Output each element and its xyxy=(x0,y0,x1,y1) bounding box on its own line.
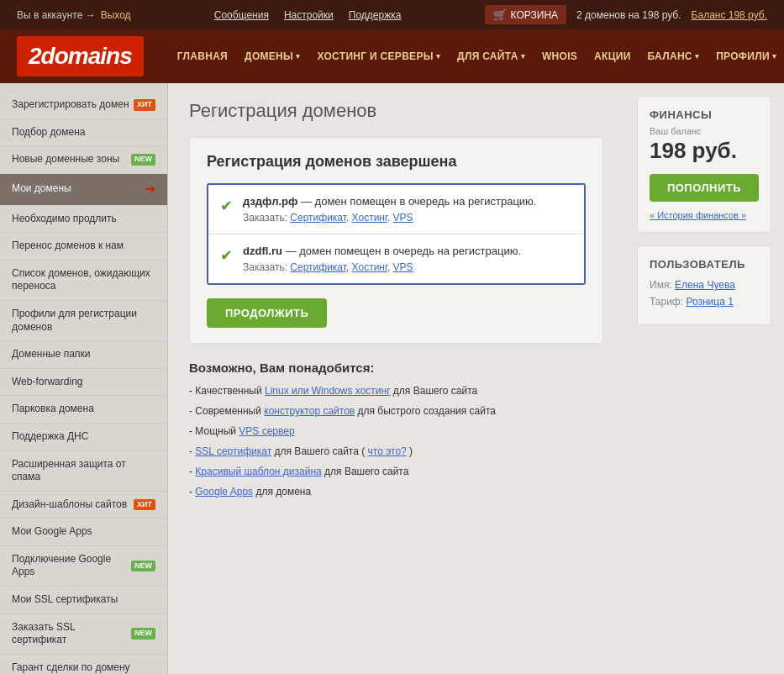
top-bar: Вы в аккаунте → Выход Сообщения Настройк… xyxy=(0,0,784,29)
nav-home[interactable]: ГЛАВНАЯ xyxy=(169,35,236,77)
list-item: SSL сертификат для Вашего сайта ( что эт… xyxy=(189,444,603,459)
domain-info: dzdfl.ru — домен помещен в очередь на ре… xyxy=(243,245,521,273)
nav-actions[interactable]: АКЦИИ xyxy=(586,35,639,77)
order-vps-link-1[interactable]: VPS xyxy=(393,212,413,224)
order-certificate-link-1[interactable]: Сертификат xyxy=(290,212,346,224)
list-item: Современный конструктор сайтов для быстр… xyxy=(189,403,603,419)
nav-domains[interactable]: ДОМЕНЫ ▾ xyxy=(236,35,308,77)
topup-button[interactable]: ПОПОЛНИТЬ xyxy=(650,174,759,202)
sidebar-item-connect-google-apps[interactable]: Подключение Google Apps NEW xyxy=(0,546,167,587)
sidebar-item-order-ssl[interactable]: Заказать SSL сертификат NEW xyxy=(0,614,167,655)
main-layout: Зарегистрировать домен ХИТ Подбор домена… xyxy=(0,83,784,674)
header: 2domains ГЛАВНАЯ ДОМЕНЫ ▾ ХОСТИНГ И СЕРВ… xyxy=(0,29,784,83)
sidebar-item-dns[interactable]: Поддержка ДНС xyxy=(0,424,167,451)
sidebar-item-web-forwarding[interactable]: Web-forwarding xyxy=(0,369,167,397)
finance-history-link[interactable]: « История финансов » xyxy=(650,210,746,220)
sidebar: Зарегистрировать домен ХИТ Подбор домена… xyxy=(0,83,168,674)
page-title: Регистрация доменов xyxy=(189,100,603,122)
nav-profiles[interactable]: ПРОФИЛИ ▾ xyxy=(708,35,784,77)
user-name-field: Имя: Елена Чуева xyxy=(650,279,759,291)
check-icon: ✔ xyxy=(220,246,233,265)
sidebar-item-domain-folders[interactable]: Доменные папки xyxy=(0,341,167,369)
main-nav: ГЛАВНАЯ ДОМЕНЫ ▾ ХОСТИНГ И СЕРВЕРЫ ▾ ДЛЯ… xyxy=(169,35,784,77)
chevron-down-icon: ▾ xyxy=(772,52,776,61)
sidebar-item-pick-domain[interactable]: Подбор домена xyxy=(0,119,167,147)
balance-label: Ваш баланс xyxy=(650,126,759,136)
sidebar-item-domain-deal[interactable]: Гарант сделки по домену xyxy=(0,655,167,674)
user-title: ПОЛЬЗОВАТЕЛЬ xyxy=(650,258,759,271)
google-apps-link[interactable]: Google Apps xyxy=(195,486,253,498)
chevron-down-icon: ▾ xyxy=(521,52,525,61)
hosting-link[interactable]: Linux или Windows хостинг xyxy=(265,385,391,397)
order-hosting-link-1[interactable]: Хостинг xyxy=(352,212,387,224)
nav-hosting[interactable]: ХОСТИНГ И СЕРВЕРЫ ▾ xyxy=(308,35,449,77)
sidebar-item-design-templates[interactable]: Дизайн-шаблоны сайтов ХИТ xyxy=(0,492,167,519)
sidebar-item-transfer[interactable]: Перенос доменов к нам xyxy=(0,233,167,261)
check-icon: ✔ xyxy=(220,197,233,215)
cart-icon: 🛒 xyxy=(493,8,507,21)
nav-balance[interactable]: БАЛАНС ▾ xyxy=(639,35,708,77)
logo: 2domains xyxy=(17,36,144,76)
sidebar-item-reg-profiles[interactable]: Профили для регистрации доменов xyxy=(0,301,167,341)
sidebar-item-need-renew[interactable]: Необходимо продлить xyxy=(0,206,167,234)
vps-link[interactable]: VPS сервер xyxy=(239,425,294,437)
order-vps-link-2[interactable]: VPS xyxy=(393,261,413,273)
sidebar-item-my-google-apps[interactable]: Мои Google Apps xyxy=(0,519,167,546)
order-hosting-link-2[interactable]: Хостинг xyxy=(352,261,387,273)
design-template-link[interactable]: Красивый шаблон дизайна xyxy=(195,466,321,477)
site-builder-link[interactable]: конструктор сайтов xyxy=(264,405,355,417)
chevron-down-icon: ▾ xyxy=(436,52,440,61)
account-label: Вы в аккаунте → xyxy=(17,9,96,21)
sidebar-item-my-domains[interactable]: Мои домены ➔ xyxy=(0,174,167,206)
domain-order: Заказать: Сертификат, Хостинг, VPS xyxy=(243,261,521,273)
nav-forsite[interactable]: ДЛЯ САЙТА ▾ xyxy=(449,35,534,77)
registration-complete-box: Регистрация доменов завершена ✔ дздфл.рф… xyxy=(189,137,603,344)
list-item: Мощный VPS сервер xyxy=(189,424,603,439)
list-item: Качественный Linux или Windows хостинг д… xyxy=(189,383,603,398)
finance-history: « История финансов » xyxy=(650,210,759,220)
user-name-link[interactable]: Елена Чуева xyxy=(675,279,735,291)
hot-badge: ХИТ xyxy=(134,99,155,111)
sidebar-item-transfer-list[interactable]: Список доменов, ожидающих переноса xyxy=(0,261,167,301)
arrow-icon: ➔ xyxy=(145,181,155,198)
chevron-down-icon: ▾ xyxy=(695,52,699,61)
domain-item: ✔ dzdfl.ru — домен помещен в очередь на … xyxy=(208,234,584,283)
ssl-link[interactable]: SSL сертификат xyxy=(195,445,271,457)
domain-info: дздфл.рф — домен помещен в очередь на ре… xyxy=(243,195,536,224)
hot-badge: ХИТ xyxy=(134,499,155,511)
finance-box: ФИНАНСЫ Ваш баланс 198 руб. ПОПОЛНИТЬ « … xyxy=(637,96,771,233)
sidebar-item-parking[interactable]: Парковка домена xyxy=(0,396,167,424)
user-box: ПОЛЬЗОВАТЕЛЬ Имя: Елена Чуева Тариф: Роз… xyxy=(637,245,771,325)
new-badge: NEW xyxy=(131,628,155,640)
balance-link[interactable]: Баланс 198 руб. xyxy=(692,9,767,21)
domain-name: дздфл.рф — домен помещен в очередь на ре… xyxy=(243,195,536,208)
top-bar-right: 🛒 КОРЗИНА 2 доменов на 198 руб. Баланс 1… xyxy=(485,5,767,24)
continue-button[interactable]: ПРОДОЛЖИТЬ xyxy=(207,298,327,328)
top-bar-left: Вы в аккаунте → Выход xyxy=(17,9,131,21)
top-bar-center: Сообщения Настройки Поддержка xyxy=(214,9,402,21)
user-tariff-field: Тариф: Розница 1 xyxy=(650,296,759,308)
domain-list: ✔ дздфл.рф — домен помещен в очередь на … xyxy=(207,183,586,285)
logout-link[interactable]: Выход xyxy=(101,9,131,21)
domain-name: dzdfl.ru — домен помещен в очередь на ре… xyxy=(243,245,521,257)
sidebar-item-antispam[interactable]: Расширенная защита от спама xyxy=(0,451,167,492)
balance-amount: 198 руб. xyxy=(650,138,759,164)
may-need-title: Возможно, Вам понадобится: xyxy=(189,361,603,375)
support-link[interactable]: Поддержка xyxy=(349,9,402,21)
nav-whois[interactable]: WHOIS xyxy=(534,35,586,77)
settings-link[interactable]: Настройки xyxy=(284,9,334,21)
new-badge: NEW xyxy=(131,561,155,572)
messages-link[interactable]: Сообщения xyxy=(214,9,269,21)
list-item: Красивый шаблон дизайна для Вашего сайта xyxy=(189,464,603,479)
what-is-ssl-link[interactable]: что это? xyxy=(368,445,407,457)
sidebar-item-new-zones[interactable]: Новые доменные зоны NEW xyxy=(0,146,167,174)
user-tariff-link[interactable]: Розница 1 xyxy=(686,296,733,308)
user-tariff-label: Тариф: xyxy=(650,296,683,308)
may-need-section: Возможно, Вам понадобится: Качественный … xyxy=(189,361,603,499)
chevron-down-icon: ▾ xyxy=(296,52,300,61)
cart-button[interactable]: 🛒 КОРЗИНА xyxy=(485,5,566,24)
order-certificate-link-2[interactable]: Сертификат xyxy=(290,261,346,273)
sidebar-item-my-ssl[interactable]: Мои SSL сертификаты xyxy=(0,587,167,614)
new-badge: NEW xyxy=(131,154,155,166)
sidebar-item-register-domain[interactable]: Зарегистрировать домен ХИТ xyxy=(0,92,167,119)
